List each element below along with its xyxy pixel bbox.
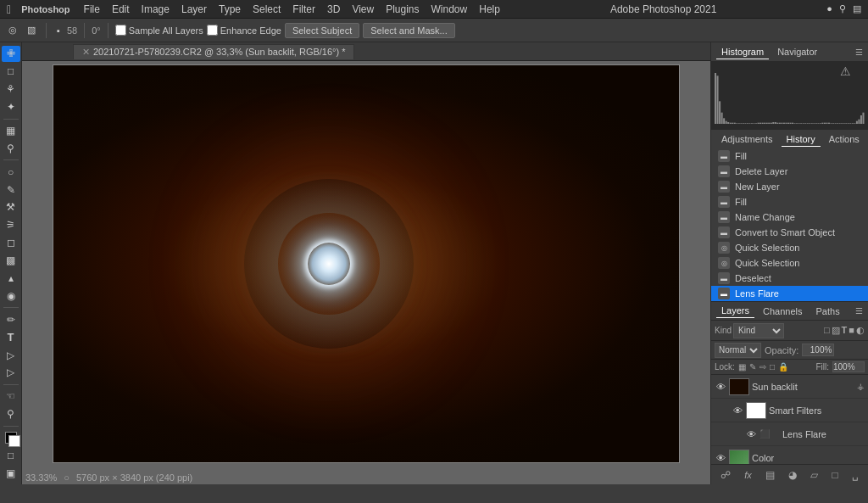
filter-adjust-icon[interactable]: ▨ <box>832 325 840 336</box>
history-item[interactable]: ▬Fill <box>711 148 868 164</box>
app-name[interactable]: Photoshop <box>21 4 70 14</box>
histogram-options-icon[interactable]: ☰ <box>855 48 863 57</box>
layer-visibility-toggle[interactable]: 👁 <box>732 405 743 416</box>
blend-mode-select[interactable]: Normal <box>715 343 761 358</box>
actions-tab[interactable]: Actions <box>824 132 865 146</box>
menu-image[interactable]: Image <box>142 3 170 15</box>
quick-mask-btn[interactable]: □ <box>2 447 20 463</box>
link-layers-icon[interactable]: ☍ <box>721 469 731 481</box>
screen-mode-btn[interactable]: ▣ <box>2 465 20 481</box>
search-icon[interactable]: ⚲ <box>839 3 846 14</box>
account-icon[interactable]: ● <box>826 3 832 14</box>
enhance-edge-checkbox[interactable] <box>207 25 218 36</box>
shape-tool[interactable]: ▷ <box>2 365 20 381</box>
selection-tool[interactable]: □ <box>2 64 20 80</box>
size-label: 58 <box>67 25 77 36</box>
adjustments-tab[interactable]: Adjustments <box>716 132 778 146</box>
lock-transparency-icon[interactable]: ▦ <box>738 362 746 372</box>
history-brush-tool[interactable]: ⚞ <box>2 217 20 233</box>
workspace-icon[interactable]: ▤ <box>853 3 861 14</box>
add-adjustment-icon[interactable]: ◕ <box>788 469 797 481</box>
menu-select[interactable]: Select <box>253 3 281 15</box>
history-item[interactable]: ▬Deselect <box>711 271 868 286</box>
lasso-tool[interactable]: ⚘ <box>2 81 20 98</box>
foreground-color[interactable] <box>2 429 20 445</box>
history-item[interactable]: ▬Fill <box>711 194 868 210</box>
menu-type[interactable]: Type <box>219 3 241 15</box>
add-mask-icon[interactable]: ▤ <box>765 469 775 481</box>
add-layer-icon[interactable]: □ <box>832 469 837 481</box>
paths-tab[interactable]: Paths <box>811 305 845 318</box>
healing-tool[interactable]: ○ <box>2 164 20 180</box>
menu-edit[interactable]: Edit <box>112 3 130 15</box>
canvas-image[interactable] <box>53 64 680 463</box>
filter-pixel-icon[interactable]: □ <box>824 325 830 336</box>
menu-file[interactable]: File <box>84 3 100 15</box>
filter-shape-icon[interactable]: ■ <box>849 325 854 336</box>
lock-brush-icon[interactable]: ✎ <box>749 362 756 372</box>
brush-preset-btn[interactable]: ▪ <box>53 24 64 37</box>
filter-smart-icon[interactable]: ◐ <box>856 325 865 336</box>
menu-layer[interactable]: Layer <box>181 3 207 15</box>
layer-item[interactable]: 👁Smart Filters <box>711 399 868 422</box>
opacity-input[interactable] <box>802 344 834 356</box>
kind-select[interactable]: Kind <box>733 323 784 338</box>
path-tool[interactable]: ▷ <box>2 347 20 363</box>
channels-tab[interactable]: Channels <box>758 305 807 318</box>
history-item[interactable]: ▬New Layer <box>711 179 868 194</box>
delete-layer-icon[interactable]: ␣ <box>852 469 859 481</box>
history-item[interactable]: ▬Convert to Smart Object <box>711 225 868 240</box>
menu-filter[interactable]: Filter <box>292 3 315 15</box>
add-group-icon[interactable]: ▱ <box>810 469 818 481</box>
crop-tool[interactable]: ▦ <box>2 122 20 138</box>
history-item[interactable]: ▬Lens Flare <box>711 286 868 301</box>
brush-btn[interactable]: ▧ <box>24 23 39 37</box>
layer-visibility-toggle[interactable]: 👁 <box>715 382 726 392</box>
move-tool[interactable]: ✙ <box>2 46 20 62</box>
clone-tool[interactable]: ⚒ <box>2 199 20 215</box>
zoom-tool[interactable]: ⚲ <box>2 406 20 422</box>
layer-item[interactable]: 👁Sun backlit⚶ <box>711 375 868 399</box>
history-item[interactable]: ◎Quick Selection <box>711 240 868 255</box>
history-item[interactable]: ▬Name Change <box>711 210 868 225</box>
brush-tool[interactable]: ✎ <box>2 182 20 198</box>
document-tab[interactable]: ✕ 20210721-P5780239.CR2 @ 33,3% (Sun bac… <box>73 44 354 59</box>
filter-type-icon[interactable]: T <box>842 325 848 336</box>
layer-visibility-toggle[interactable]: 👁 <box>715 453 726 463</box>
canvas-area[interactable]: ✕ 20210721-P5780239.CR2 @ 33,3% (Sun bac… <box>22 42 710 484</box>
gradient-tool[interactable]: ▩ <box>2 253 20 269</box>
history-item[interactable]: ▬Delete Layer <box>711 164 868 179</box>
eraser-tool[interactable]: ◻ <box>2 235 20 251</box>
tab-close-icon[interactable]: ✕ <box>82 47 90 58</box>
eyedropper-tool[interactable]: ⚲ <box>2 140 20 156</box>
lock-all-icon[interactable]: 🔒 <box>778 362 788 372</box>
layer-item[interactable]: 👁⬛Lens Flare <box>711 422 868 446</box>
select-mask-button[interactable]: Select and Mask... <box>363 23 455 38</box>
layers-tab[interactable]: Layers <box>716 304 754 318</box>
layers-options-icon[interactable]: ☰ <box>855 306 863 316</box>
lock-artboard-icon[interactable]: □ <box>770 362 775 372</box>
history-item[interactable]: ◎Quick Selection <box>711 255 868 271</box>
menu-window[interactable]: Window <box>431 3 468 15</box>
layer-item[interactable]: 👁Color <box>711 446 868 464</box>
menu-view[interactable]: View <box>352 3 374 15</box>
fx-icon[interactable]: fx <box>744 470 752 480</box>
menu-3d[interactable]: 3D <box>327 3 340 15</box>
fill-input[interactable] <box>832 361 865 372</box>
navigator-tab[interactable]: Navigator <box>772 45 822 59</box>
menu-help[interactable]: Help <box>479 3 500 15</box>
hand-tool[interactable]: ☜ <box>2 388 20 405</box>
dodge-tool[interactable]: ◉ <box>2 288 20 305</box>
sample-all-layers-checkbox[interactable] <box>115 25 126 36</box>
blur-tool[interactable]: ▴ <box>2 271 20 287</box>
menu-plugins[interactable]: Plugins <box>386 3 419 15</box>
quick-select-tool[interactable]: ✦ <box>2 99 20 115</box>
lock-move-icon[interactable]: ⇨ <box>760 362 766 372</box>
pen-tool[interactable]: ✏ <box>2 311 20 327</box>
layer-visibility-toggle[interactable]: 👁 <box>745 429 757 439</box>
select-subject-button[interactable]: Select Subject <box>285 23 359 38</box>
history-tab[interactable]: History <box>782 132 821 147</box>
tool-mode-btn[interactable]: ◎ <box>5 23 20 37</box>
text-tool[interactable]: T <box>2 329 20 345</box>
histogram-tab[interactable]: Histogram <box>716 45 769 59</box>
